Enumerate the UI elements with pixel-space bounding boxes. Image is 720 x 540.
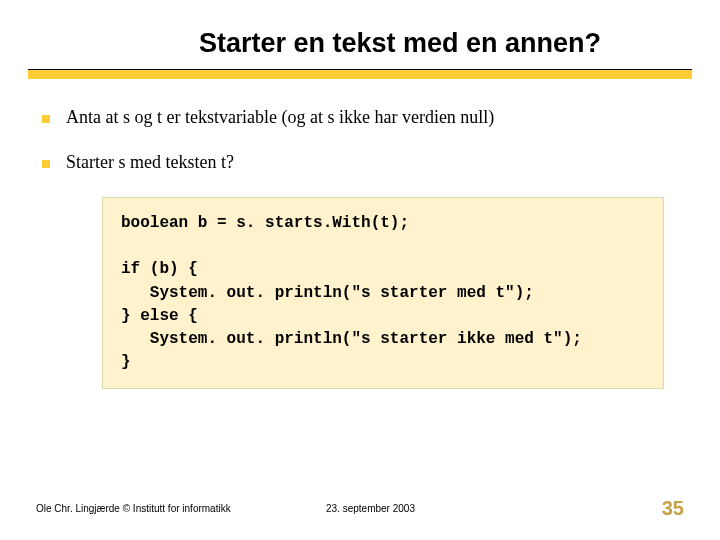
bullet-text: Starter s med teksten t?: [66, 152, 234, 173]
footer: Ole Chr. Lingjærde © Institutt for infor…: [0, 497, 720, 520]
bullet-icon: [42, 115, 50, 123]
bullet-list: Anta at s og t er tekstvariable (og at s…: [36, 107, 684, 173]
footer-date: 23. september 2003: [286, 503, 662, 514]
code-block: boolean b = s. starts.With(t); if (b) { …: [102, 197, 664, 389]
list-item: Starter s med teksten t?: [42, 152, 684, 173]
footer-page-number: 35: [662, 497, 684, 520]
title-underline: [28, 69, 692, 79]
slide: Starter en tekst med en annen? Anta at s…: [0, 0, 720, 540]
footer-author: Ole Chr. Lingjærde © Institutt for infor…: [36, 503, 286, 514]
page-title: Starter en tekst med en annen?: [36, 28, 684, 59]
bullet-icon: [42, 160, 50, 168]
list-item: Anta at s og t er tekstvariable (og at s…: [42, 107, 684, 128]
bullet-text: Anta at s og t er tekstvariable (og at s…: [66, 107, 494, 128]
